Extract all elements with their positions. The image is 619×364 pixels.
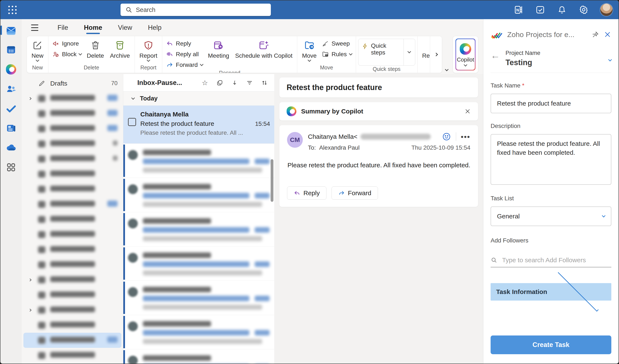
copilot-button[interactable]: Copilot — [455, 39, 476, 70]
forward-button-inline[interactable]: Forward — [332, 186, 378, 200]
rail-todo-icon[interactable] — [0, 103, 22, 114]
folder-name-redacted — [50, 322, 95, 327]
report-button[interactable]: Report — [137, 38, 160, 63]
quick-steps-expand[interactable] — [404, 39, 415, 65]
folder-name-redacted — [50, 246, 95, 252]
folder-item-redacted[interactable] — [23, 287, 121, 303]
rules-button[interactable]: Rules — [320, 50, 354, 59]
rail-onedrive-icon[interactable] — [0, 142, 22, 154]
folder-item-redacted[interactable] — [23, 121, 121, 136]
reply-all-button[interactable]: Reply all — [164, 50, 205, 59]
tab-view[interactable]: View — [117, 22, 133, 34]
folder-item-redacted[interactable] — [23, 136, 121, 151]
tab-help[interactable]: Help — [147, 22, 162, 34]
hamburger-menu-icon[interactable] — [31, 25, 38, 31]
folder-item-redacted[interactable] — [23, 151, 121, 167]
followers-search-input[interactable] — [502, 256, 611, 264]
scrollbar-thumb[interactable] — [271, 159, 273, 202]
favorite-star-icon[interactable]: ☆ — [201, 79, 209, 87]
reply-button[interactable]: Reply — [164, 39, 205, 48]
sender-avatar[interactable]: CM — [287, 132, 303, 148]
folder-item-redacted[interactable] — [23, 106, 121, 121]
rail-people-icon[interactable] — [0, 83, 22, 95]
email-preview-redacted — [143, 168, 262, 173]
search-input[interactable]: Search — [121, 4, 271, 16]
folder-item-selected[interactable] — [23, 333, 121, 348]
email-item-redacted[interactable] — [123, 212, 274, 246]
delete-button[interactable]: Delete — [84, 38, 106, 60]
folder-item-redacted[interactable] — [23, 212, 121, 227]
folder-item-redacted[interactable] — [23, 91, 121, 106]
folder-item-redacted[interactable] — [23, 272, 121, 287]
tab-home[interactable]: Home — [83, 22, 103, 34]
rail-mail-icon[interactable] — [0, 24, 22, 36]
new-button[interactable]: New — [29, 38, 46, 63]
email-item-redacted[interactable] — [123, 143, 274, 178]
reactions-smiley-icon[interactable] — [442, 132, 451, 141]
task-list-dropdown[interactable]: General — [491, 207, 611, 226]
pin-panel-icon[interactable] — [592, 31, 599, 38]
folder-item-redacted[interactable] — [23, 348, 121, 363]
folder-item-redacted[interactable] — [23, 167, 121, 182]
schedule-with-copilot-button[interactable]: Schedule with Copilot — [233, 38, 295, 60]
back-arrow-icon[interactable]: ← — [491, 51, 500, 67]
block-button[interactable]: Block — [50, 50, 83, 59]
summary-close-icon[interactable] — [464, 108, 471, 114]
expand-chevron-icon[interactable] — [28, 308, 31, 311]
move-button[interactable]: Move — [299, 38, 319, 63]
email-item-redacted[interactable] — [123, 349, 274, 364]
notifications-bell-icon[interactable] — [557, 5, 567, 15]
folder-item-redacted[interactable] — [23, 182, 121, 197]
more-actions-icon[interactable]: ••• — [461, 133, 470, 141]
email-subject: Retest the product feature — [140, 120, 255, 127]
task-information-section[interactable]: Task Information — [491, 283, 611, 301]
onenote-icon[interactable]: N — [513, 5, 524, 15]
folder-icon — [38, 322, 45, 329]
archive-button[interactable]: Archive — [107, 38, 132, 60]
email-item-redacted[interactable] — [123, 178, 274, 212]
ignore-button[interactable]: Ignore — [50, 39, 83, 48]
meeting-button[interactable]: Meeting — [206, 38, 232, 60]
task-name-input[interactable] — [491, 94, 611, 113]
expand-chevron-icon[interactable] — [28, 278, 31, 281]
reply-all-icon — [166, 51, 173, 58]
folder-item-redacted[interactable] — [23, 257, 121, 272]
tab-file[interactable]: File — [57, 22, 69, 34]
app-launcher-icon[interactable] — [6, 4, 18, 16]
project-selector[interactable]: ← Project Name Testing — [491, 50, 611, 73]
folder-item-redacted[interactable] — [23, 227, 121, 242]
reply-button-inline[interactable]: Reply — [287, 186, 326, 200]
create-task-button[interactable]: Create Task — [491, 336, 611, 354]
sort-icon[interactable] — [260, 79, 269, 87]
filter-icon[interactable] — [245, 79, 254, 87]
email-item-redacted[interactable] — [123, 280, 274, 315]
close-panel-icon[interactable] — [604, 31, 611, 38]
settings-gear-icon[interactable] — [578, 5, 589, 15]
folder-item-redacted[interactable] — [23, 197, 121, 212]
sweep-button[interactable]: Sweep — [320, 39, 354, 48]
description-input[interactable]: Please retest the product feature. All f… — [491, 134, 611, 185]
email-item-selected[interactable]: Chaitanya Mella Retest the product featu… — [123, 106, 274, 143]
folder-item-redacted[interactable] — [23, 318, 121, 333]
rail-news-icon[interactable] — [0, 122, 22, 134]
expand-chevron-icon[interactable] — [28, 97, 31, 100]
folder-item-redacted[interactable] — [23, 303, 121, 318]
email-item-redacted[interactable] — [123, 315, 274, 349]
email-checkbox[interactable] — [128, 118, 136, 126]
move-down-icon[interactable] — [230, 79, 239, 87]
rail-calendar-icon[interactable] — [0, 44, 22, 56]
forward-button[interactable]: Forward — [164, 60, 205, 70]
quick-steps-box[interactable]: Quick steps — [358, 39, 415, 66]
group-header-today[interactable]: Today — [123, 92, 274, 106]
ribbon-overflow-button[interactable] — [430, 36, 442, 73]
rail-more-apps-icon[interactable] — [0, 161, 22, 173]
folder-item-drafts[interactable]: Drafts 70 — [23, 76, 121, 91]
account-avatar[interactable] — [600, 4, 613, 16]
folder-item-redacted[interactable] — [23, 242, 121, 257]
email-item-redacted[interactable] — [123, 246, 274, 280]
todo-app-icon[interactable] — [535, 5, 545, 15]
stacked-view-icon[interactable] — [215, 79, 224, 87]
rail-copilot-icon[interactable] — [0, 63, 22, 75]
ribbon-collapse-icon[interactable] — [442, 36, 452, 73]
folder-icon — [38, 125, 45, 132]
